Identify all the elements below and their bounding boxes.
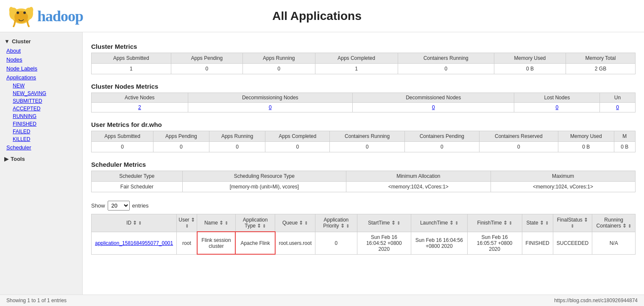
sidebar-item-new[interactable]: NEW (0, 82, 82, 90)
main-content: Cluster Metrics Apps Submitted Apps Pend… (83, 32, 644, 295)
app-col-id[interactable]: ID ⇕ (92, 214, 177, 232)
sidebar-item-nodes[interactable]: Nodes (0, 55, 82, 64)
cnn-val-3[interactable]: 0 (514, 103, 600, 112)
footer-bar: Showing 1 to 1 of 1 entries https://blog… (0, 295, 644, 306)
app-queue-cell: root.users.root (275, 232, 315, 254)
header: hadoop All Applications (0, 0, 644, 32)
scheduler-metrics-table-wrapper: Scheduler Type Scheduling Resource Type … (91, 171, 636, 197)
user-metrics-row: 0 0 0 0 0 0 0 0 B 0 B (92, 142, 636, 152)
um-col-3: Apps Completed (265, 131, 330, 142)
sidebar-item-submitted[interactable]: SUBMITTED (0, 97, 82, 105)
cluster-metrics-row: 1 0 0 1 0 0 B 2 GB (92, 64, 636, 74)
app-col-containers[interactable]: Running Containers ⇕ (592, 214, 636, 232)
app-id-link[interactable]: application_1581684955077_0001 (95, 240, 173, 246)
cnn-col-2: Decommissioned Nodes (352, 93, 514, 103)
app-col-type[interactable]: Application Type ⇕ (235, 214, 275, 232)
show-label: Show (91, 202, 105, 209)
cnn-val-1[interactable]: 0 (188, 103, 352, 112)
app-col-priority[interactable]: Application Priority ⇕ (315, 214, 357, 232)
um-val-1: 0 (153, 142, 209, 152)
cnn-val-2[interactable]: 0 (352, 103, 514, 112)
um-col-2: Apps Running (209, 131, 265, 142)
show-entries-bar: Show 10 20 25 50 100 entries (91, 201, 636, 211)
app-col-name[interactable]: Name ⇕ (197, 214, 236, 232)
app-col-finish[interactable]: FinishTime ⇕ (467, 214, 522, 232)
hadoop-logo-icon (8, 4, 34, 28)
cnn-val-4[interactable]: 0 (600, 103, 636, 112)
app-state-cell: FINISHED (522, 232, 553, 254)
sm-col-2: Minimum Allocation (346, 171, 491, 182)
app-type-cell: Apache Flink (235, 232, 275, 254)
cluster-section: ▼ Cluster About Nodes Node Labels Applic… (0, 36, 82, 152)
app-start-cell: Sun Feb 16 16:04:52 +0800 2020 (357, 232, 411, 254)
cnn-col-0: Active Nodes (92, 93, 188, 103)
sm-val-0: Fair Scheduler (92, 182, 183, 192)
app-col-launch[interactable]: LaunchTime ⇕ (411, 214, 467, 232)
sidebar-item-node-labels[interactable]: Node Labels (0, 64, 82, 73)
cm-val-3: 1 (315, 64, 398, 74)
cluster-metrics-title: Cluster Metrics (91, 43, 636, 50)
cluster-arrow-icon: ▼ (4, 38, 10, 45)
um-val-0: 0 (92, 142, 153, 152)
app-table: ID ⇕ User ⇕ Name ⇕ Application Type ⇕ Qu… (91, 214, 636, 255)
um-val-8: 0 B (614, 142, 635, 152)
app-finish-cell: Sun Feb 16 16:05:57 +0800 2020 (467, 232, 522, 254)
app-col-queue[interactable]: Queue ⇕ (275, 214, 315, 232)
cm-val-4: 0 (398, 64, 494, 74)
app-id-cell[interactable]: application_1581684955077_0001 (92, 232, 177, 254)
page-title: All Applications (272, 9, 362, 23)
entries-suffix: entries (132, 202, 149, 209)
sidebar-item-accepted[interactable]: ACCEPTED (0, 105, 82, 112)
sidebar-item-failed[interactable]: FAILED (0, 128, 82, 135)
cm-val-1: 0 (171, 64, 243, 74)
app-col-state[interactable]: State ⇕ (522, 214, 553, 232)
scheduler-metrics-table: Scheduler Type Scheduling Resource Type … (91, 171, 636, 192)
sm-val-1: [memory-mb (unit=Mi), vcores] (182, 182, 346, 192)
scheduler-metrics-row: Fair Scheduler [memory-mb (unit=Mi), vco… (92, 182, 636, 192)
user-metrics-title: User Metrics for dr.who (91, 121, 636, 128)
tools-section-header[interactable]: ▶ Tools (0, 154, 82, 164)
sidebar-item-killed[interactable]: KILLED (0, 135, 82, 143)
cm-col-1: Apps Pending (171, 53, 243, 64)
app-table-scroll: ID ⇕ User ⇕ Name ⇕ Application Type ⇕ Qu… (91, 214, 636, 259)
app-col-user[interactable]: User ⇕ (177, 214, 197, 232)
logo-text: hadoop (37, 7, 83, 25)
sidebar-item-finished[interactable]: FINISHED (0, 120, 82, 128)
tools-section: ▶ Tools (0, 154, 82, 164)
sidebar-item-applications[interactable]: Applications (0, 73, 82, 82)
sidebar: ▼ Cluster About Nodes Node Labels Applic… (0, 32, 83, 295)
cnn-val-0[interactable]: 2 (92, 103, 188, 112)
app-table-wrapper: Show 10 20 25 50 100 entries ID ⇕ (91, 201, 636, 259)
logo-area: hadoop (8, 4, 83, 28)
table-row: application_1581684955077_0001rootFlink … (92, 232, 636, 254)
cluster-nodes-table: Active Nodes Decommissioning Nodes Decom… (91, 93, 636, 112)
cm-col-3: Apps Completed (315, 53, 398, 64)
sidebar-item-scheduler[interactable]: Scheduler (0, 143, 82, 152)
app-user-cell: root (177, 232, 197, 254)
entries-select[interactable]: 10 20 25 50 100 (108, 201, 130, 211)
um-val-5: 0 (404, 142, 479, 152)
cluster-metrics-table: Apps Submitted Apps Pending Apps Running… (91, 53, 636, 74)
um-val-7: 0 B (558, 142, 614, 152)
user-metrics-table-wrapper: Apps Submitted Apps Pending Apps Running… (91, 131, 636, 157)
sidebar-item-new-saving[interactable]: NEW_SAVING (0, 90, 82, 97)
sm-val-2: <memory:1024, vCores:1> (346, 182, 491, 192)
sidebar-item-about[interactable]: About (0, 46, 82, 55)
app-col-finalstatus[interactable]: FinalStatus ⇕ (553, 214, 592, 232)
app-launch-cell: Sun Feb 16 16:04:56 +0800 2020 (411, 232, 467, 254)
cluster-section-header[interactable]: ▼ Cluster (0, 36, 82, 46)
cnn-col-3: Lost Nodes (514, 93, 600, 103)
cluster-metrics-table-wrapper: Apps Submitted Apps Pending Apps Running… (91, 53, 636, 79)
um-col-1: Apps Pending (153, 131, 209, 142)
um-col-6: Containers Reserved (479, 131, 558, 142)
cnn-col-1: Decommissioning Nodes (188, 93, 352, 103)
tools-arrow-icon: ▶ (4, 156, 8, 162)
sm-col-3: Maximum (491, 171, 635, 182)
cluster-nodes-row: 2 0 0 0 0 (92, 103, 636, 112)
sidebar-item-running[interactable]: RUNNING (0, 112, 82, 120)
cm-col-2: Apps Running (243, 53, 315, 64)
sm-col-1: Scheduling Resource Type (182, 171, 346, 182)
app-col-start[interactable]: StartTime ⇕ (357, 214, 411, 232)
cm-col-4: Containers Running (398, 53, 494, 64)
um-col-5: Containers Pending (404, 131, 479, 142)
